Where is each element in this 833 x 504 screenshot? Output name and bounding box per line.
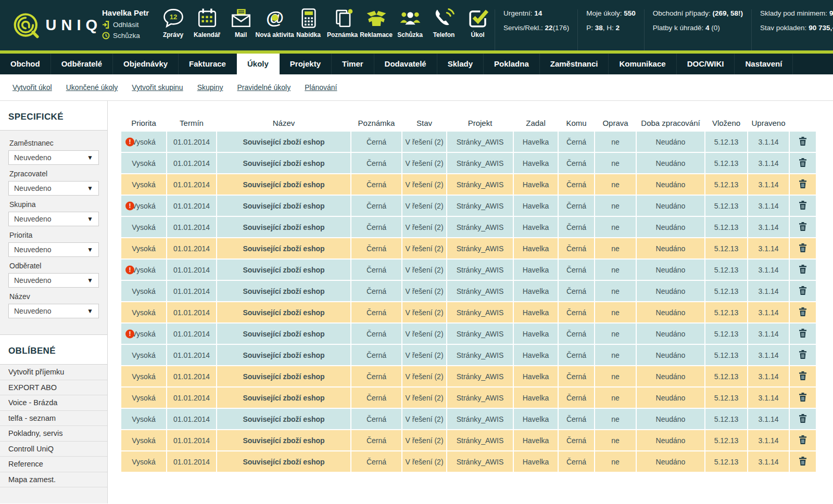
cell-zadal: Havelka [514,132,558,152]
filter-label: Skupina [9,200,99,209]
favorite-voice-brazda[interactable]: Voice - Brázda [0,395,107,411]
table-row: Vysoká01.01.2014Související zboží eshopČ… [121,217,816,237]
quick-action-kalendar[interactable]: Kalendář [190,7,224,38]
subnav-link-skupiny[interactable]: Skupiny [197,83,223,92]
cell-termin: 01.01.2014 [167,281,216,301]
tab-obchod[interactable]: Obchod [0,54,51,74]
cell-oprava: ne [595,281,636,301]
delete-task-button[interactable] [799,414,806,423]
clock-icon [102,32,110,40]
cell-upraveno: 3.1.14 [748,430,789,450]
delete-task-button[interactable] [799,222,806,231]
favorite-vytvorit-prijemku[interactable]: Vytvořit příjemku [0,365,107,380]
cell-zadal: Havelka [514,260,558,280]
subnav-link-planovani[interactable]: Plánování [305,83,337,92]
logout-link[interactable]: Odhlásit [102,21,149,29]
tab-pokladna[interactable]: Pokladna [484,54,540,74]
delete-task-button[interactable] [799,201,806,210]
filter-label: Odběratel [9,262,99,270]
table-row: Vysoká01.01.2014Související zboží eshopČ… [121,387,816,408]
cell-vlozeno: 5.12.13 [705,451,747,472]
cell-doba: Neudáno [637,302,704,322]
delete-task-button[interactable] [799,371,806,380]
quick-action-ukol[interactable]: Úkol [461,7,495,38]
tab-fakturace[interactable]: Fakturace [179,54,237,74]
tab-komunikace[interactable]: Komunikace [609,54,676,74]
tab-projekty[interactable]: Projekty [280,54,332,74]
chevron-down-icon: ▼ [87,215,93,223]
mail-icon [230,7,252,29]
tab-objednavky[interactable]: Objednávky [113,54,179,74]
column-poznamka: Poznámka [351,115,401,131]
cell-oprava: ne [595,174,636,195]
favorite-export-abo[interactable]: EXPORT ABO [0,380,107,396]
cell-komu: Černá [559,302,594,322]
subnav-link-vytvorit-skupinu[interactable]: Vytvořit skupinu [132,83,183,92]
delete-task-button[interactable] [799,457,806,466]
subnav-link-pravidelne-ukoly[interactable]: Pravidelné úkoly [237,83,291,92]
quick-action-zpravy[interactable]: 12Zprávy [156,7,190,38]
cell-poznamka: Černá [351,345,401,365]
tab-sklady[interactable]: Sklady [437,54,484,74]
cell-termin: 01.01.2014 [167,387,216,408]
tab-nastaveni[interactable]: Nastavení [735,54,793,74]
tab-odberatele[interactable]: Odběratelé [51,54,113,74]
app-logo[interactable]: UNIQ [0,0,102,50]
delete-task-button[interactable] [799,243,806,252]
delete-task-button[interactable] [799,286,806,295]
cell-upraveno: 3.1.14 [748,174,789,195]
favorite-pokladny-servis[interactable]: Pokladny, servis [0,426,107,442]
cell-komu: Černá [559,238,594,259]
favorite-telfa-seznam[interactable]: telfa - seznam [0,411,107,427]
tab-zamestnanci[interactable]: Zaměstnanci [540,54,609,74]
delete-task-button[interactable] [799,158,806,167]
cell-poznamka: Černá [351,196,401,216]
cell-projekt: Stránky_AWIS [447,302,513,322]
cell-poznamka: Černá [351,174,401,195]
cell-upraveno: 3.1.14 [748,345,789,365]
favorite-reference[interactable]: Reference [0,457,107,472]
delete-task-button[interactable] [799,435,806,444]
quick-action-schuzka[interactable]: Schůzka [393,7,427,38]
tab-ukoly[interactable]: Úkoly [237,54,280,74]
quick-action-mail[interactable]: Mail [224,7,258,38]
meeting-link[interactable]: Schůzka [102,32,149,40]
quick-action-reklamace[interactable]: Reklamace [359,7,393,38]
tab-doc-wiki[interactable]: DOC/WIKI [677,54,735,74]
quick-action-label: Nová aktivita [256,31,294,38]
cell-komu: Černá [559,345,594,365]
filter-select-nazev[interactable]: Neuvedeno▼ [8,304,99,318]
quick-action-poznamka[interactable]: Poznámka [325,7,359,38]
tab-dodavatele[interactable]: Dodavatelé [374,54,437,74]
filter-select-zamestnanec[interactable]: Neuvedeno▼ [8,150,99,165]
delete-task-button[interactable] [799,137,806,146]
cell-termin: 01.01.2014 [167,324,216,344]
subnav-link-ukoncene-ukoly[interactable]: Ukončené úkoly [66,83,118,92]
tab-timer[interactable]: Timer [332,54,374,74]
top-header: UNIQ Havelka Petr Odhlásit Schůzka 12Zpr… [0,0,833,50]
cell-projekt: Stránky_AWIS [447,281,513,301]
filter-select-priorita[interactable]: Neuvedeno▼ [8,242,99,257]
filter-select-skupina[interactable]: Neuvedeno▼ [8,212,99,226]
filter-select-zpracovatel[interactable]: Neuvedeno▼ [8,181,99,196]
quick-action-telefon[interactable]: Telefon [427,7,461,38]
favorite-mapa-zamest[interactable]: Mapa zamest. [0,472,107,488]
delete-task-button[interactable] [799,329,806,338]
subnav-link-vytvorit-ukol[interactable]: Vytvořit úkol [12,83,52,92]
cell-upraveno: 3.1.14 [748,409,789,429]
quick-action-nova-aktivita[interactable]: @Nová aktivita [258,7,292,38]
cell-komu: Černá [559,153,594,173]
cell-nazev: Související zboží eshop [217,196,350,216]
quick-action-nabidka[interactable]: Nabídka [292,7,325,38]
favorite-controll-uniq[interactable]: Controll UniQ [0,442,107,457]
cell-termin: 01.01.2014 [167,174,216,195]
cell-doba: Neudáno [637,196,704,216]
filter-select-odberatel[interactable]: Neuvedeno▼ [8,273,99,288]
delete-task-button[interactable] [799,179,806,188]
delete-task-button[interactable] [799,393,806,402]
urgent-alert-icon: ! [125,137,134,146]
delete-task-button[interactable] [799,265,806,274]
cell-nazev: Související zboží eshop [217,217,350,237]
delete-task-button[interactable] [799,307,806,316]
delete-task-button[interactable] [799,350,806,359]
